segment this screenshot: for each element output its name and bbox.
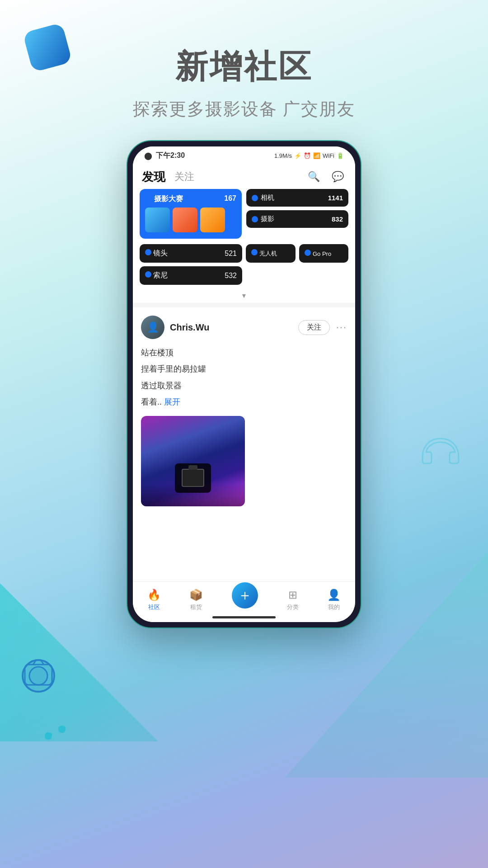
topic-dot-photography	[252, 216, 258, 222]
post-header: 👤 Chris.Wu 关注 ···	[141, 316, 347, 339]
topic-label-gopro: Go Pro	[305, 250, 332, 258]
topic-image-2	[173, 208, 197, 232]
nav-community-label: 社区	[148, 603, 160, 611]
rental-icon: 📦	[189, 589, 203, 601]
nav-mine[interactable]: 👤 我的	[327, 589, 341, 611]
post-text-expand-row: 看着.. 展开	[141, 395, 347, 409]
topic-count-photography-contest: 167	[224, 194, 236, 203]
phone-mockup: ⬤ 下午2:30 1.9M/s ⚡ ⏰ 📶 WiFi 🔋 发现 关注 🔍 💬	[127, 140, 361, 628]
topic-card-lens[interactable]: 镜头 521	[140, 244, 242, 263]
topic-card-photography-contest[interactable]: 摄影大赛 167	[140, 189, 242, 239]
post-actions: 关注 ···	[298, 320, 347, 335]
alarm-icon: ⏰	[304, 152, 311, 159]
topics-area: 摄影大赛 167 相机	[133, 189, 355, 243]
signal-icon: 📶	[313, 152, 320, 159]
topic-dot-gopro	[305, 250, 311, 256]
topic-label-camera: 相机	[252, 193, 274, 202]
follow-button[interactable]: 关注	[298, 320, 330, 335]
header-tabs: 发现 关注	[142, 169, 194, 185]
topic-image-1	[145, 208, 170, 232]
nav-rental-label: 租货	[190, 603, 202, 611]
topic-count-camera: 1141	[328, 194, 343, 202]
section-divider	[133, 303, 355, 307]
page-main-title: 新增社区	[0, 45, 488, 89]
message-button[interactable]: 💬	[329, 168, 346, 185]
status-bar: ⬤ 下午2:30 1.9M/s ⚡ ⏰ 📶 WiFi 🔋	[133, 146, 355, 163]
app-header: 发现 关注 🔍 💬	[133, 163, 355, 189]
user-avatar: 👤	[141, 316, 164, 339]
topics-row2: 镜头 521 无人机 Go Pro	[133, 244, 355, 263]
more-options-button[interactable]: ···	[336, 321, 347, 333]
post-card: 👤 Chris.Wu 关注 ··· 站在楼顶 捏着手里的易拉罐 透过取景器 看着…	[133, 307, 355, 506]
topic-label-drone: 无人机	[251, 249, 277, 258]
topic-dot-sony	[145, 271, 151, 278]
topic-images	[145, 208, 236, 232]
nav-rental[interactable]: 📦 租货	[189, 589, 203, 611]
user-name: Chris.Wu	[170, 322, 209, 333]
topics-grid: 摄影大赛 167 相机	[140, 189, 348, 239]
category-icon: ⊞	[288, 589, 297, 601]
camera-deco-icon	[16, 651, 61, 696]
topic-count-lens: 521	[225, 250, 237, 258]
post-expand-button[interactable]: 展开	[164, 397, 180, 406]
topic-card-gopro[interactable]: Go Pro	[299, 244, 349, 263]
bluetooth-icon: ⚡	[294, 152, 301, 159]
topic-image-3	[200, 208, 225, 232]
status-time: 下午2:30	[156, 151, 185, 160]
topic-label-photography-contest: 摄影大赛	[145, 194, 236, 204]
post-user: 👤 Chris.Wu	[141, 316, 209, 339]
topic-card-camera[interactable]: 相机 1141	[246, 189, 348, 207]
phone-screen: ⬤ 下午2:30 1.9M/s ⚡ ⏰ 📶 WiFi 🔋 发现 关注 🔍 💬	[133, 146, 355, 622]
nav-mine-label: 我的	[328, 603, 340, 611]
topic-dot-icon	[145, 196, 151, 203]
topic-card-drone[interactable]: 无人机	[246, 244, 296, 263]
right-topics: 相机 1141 摄影 832	[246, 189, 348, 239]
topic-dot-lens	[145, 249, 151, 255]
post-text-line3: 透过取景器	[141, 378, 347, 393]
music-note-icon	[43, 703, 70, 746]
mine-icon: 👤	[327, 589, 341, 601]
topic-count-photography: 832	[332, 215, 343, 223]
topic-card-sony[interactable]: 索尼 532	[140, 266, 242, 285]
post-text-line2: 捏着手里的易拉罐	[141, 362, 347, 376]
network-speed: 1.9M/s	[274, 152, 292, 159]
topic-label-lens: 镜头	[145, 249, 168, 258]
tab-following[interactable]: 关注	[174, 170, 194, 184]
post-image	[141, 416, 245, 506]
community-icon: 🔥	[147, 589, 161, 601]
topic-card-photography[interactable]: 摄影 832	[246, 210, 348, 228]
page-sub-title: 探索更多摄影设备 广交朋友	[0, 98, 488, 121]
show-more-button[interactable]: ▼	[133, 288, 355, 303]
status-left: ⬤ 下午2:30	[144, 151, 185, 160]
topic-dot-camera	[252, 195, 258, 201]
topic-label-sony: 索尼	[145, 271, 168, 280]
nav-category[interactable]: ⊞ 分类	[287, 589, 299, 611]
nav-category-label: 分类	[287, 603, 299, 611]
add-icon: ＋	[238, 585, 252, 605]
wifi-icon: WiFi	[323, 152, 334, 159]
svg-point-1	[29, 667, 47, 685]
battery-level: 🔋	[337, 152, 344, 159]
page-title-area: 新增社区 探索更多摄影设备 广交朋友	[0, 45, 488, 121]
topic-label-photography: 摄影	[252, 215, 274, 223]
header-icons: 🔍 💬	[305, 168, 346, 185]
home-indicator	[212, 616, 276, 618]
post-text-line1: 站在楼顶	[141, 345, 347, 360]
topic-dot-drone	[251, 249, 258, 255]
topic-count-sony: 532	[225, 272, 237, 280]
search-button[interactable]: 🔍	[305, 168, 322, 185]
headphone-icon	[418, 434, 463, 470]
nav-community[interactable]: 🔥 社区	[147, 589, 161, 611]
post-text-prefix: 看着..	[141, 397, 164, 406]
status-right: 1.9M/s ⚡ ⏰ 📶 WiFi 🔋	[274, 152, 344, 159]
tab-discover[interactable]: 发现	[142, 169, 165, 185]
nav-add-button[interactable]: ＋	[232, 582, 258, 609]
